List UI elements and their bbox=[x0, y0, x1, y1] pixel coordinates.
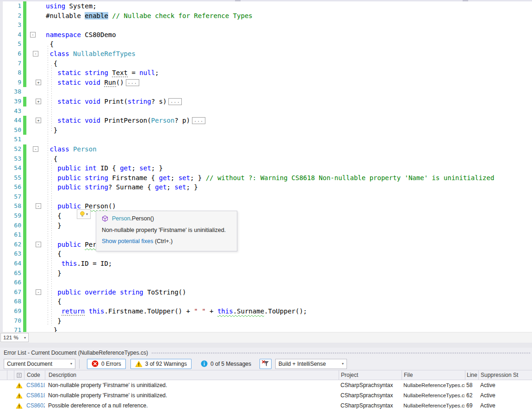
lightbulb-button[interactable]: ▾ bbox=[77, 209, 91, 219]
change-tracking-bar bbox=[23, 135, 26, 144]
collapsed-region-box[interactable]: ... bbox=[126, 79, 139, 86]
column-header-blank[interactable] bbox=[0, 370, 7, 380]
change-tracking-bar bbox=[23, 269, 26, 278]
editor-zoom-select[interactable]: 121 % ▾ bbox=[0, 333, 29, 342]
code-line[interactable]: 4-namespace CS80Demo bbox=[0, 30, 532, 40]
line-number: 51 bbox=[0, 135, 23, 144]
code-text: { bbox=[46, 211, 62, 221]
change-tracking-bar bbox=[23, 116, 26, 125]
code-line[interactable]: 52- class Person bbox=[0, 144, 532, 154]
code-line[interactable]: 2#nullable enable // Nullabe check for R… bbox=[0, 11, 532, 21]
error-row[interactable]: CS8618Non-nullable property 'Firstname' … bbox=[0, 380, 532, 390]
row-description-cell: Possible dereference of a null reference… bbox=[45, 400, 339, 411]
error-list-panel: Error List - Current Document (NullabeRe… bbox=[0, 348, 532, 413]
column-header-description[interactable]: Description bbox=[45, 370, 339, 380]
fold-expand-toggle[interactable]: + bbox=[36, 99, 41, 104]
code-line[interactable]: 67- public override string ToString() bbox=[0, 288, 532, 297]
outlining-margin: - bbox=[26, 288, 46, 297]
code-line[interactable]: 43 bbox=[0, 106, 532, 116]
code-editor[interactable]: 1using System;2#nullable enable // Nulla… bbox=[0, 1, 532, 333]
fold-collapse-toggle[interactable]: - bbox=[33, 51, 38, 56]
code-line[interactable]: 55 public string Firstname { get; set; }… bbox=[0, 173, 532, 183]
code-line[interactable]: 66 bbox=[0, 278, 532, 288]
outlining-margin bbox=[26, 278, 46, 288]
show-potential-fixes-link[interactable]: Show potential fixes bbox=[102, 238, 153, 244]
row-code-cell[interactable]: CS8618 bbox=[24, 390, 45, 400]
column-header-project[interactable]: Project bbox=[339, 370, 402, 380]
column-header-code[interactable]: Code bbox=[24, 370, 45, 380]
fold-collapse-toggle[interactable]: - bbox=[36, 289, 41, 295]
fold-collapse-toggle[interactable]: - bbox=[36, 242, 41, 247]
code-line[interactable]: 50 } bbox=[0, 125, 532, 135]
lightbulb-icon bbox=[80, 211, 85, 218]
collapsed-region-box[interactable]: ... bbox=[192, 117, 205, 124]
fold-expand-toggle[interactable]: + bbox=[36, 80, 41, 85]
messages-filter-button[interactable]: 0 of 5 Messages bbox=[196, 359, 256, 369]
collapsed-region-box[interactable]: ... bbox=[168, 98, 182, 105]
code-line[interactable]: 60 } bbox=[0, 221, 532, 231]
error-row[interactable]: CS8602Possible dereference of a null ref… bbox=[0, 400, 532, 411]
code-line[interactable]: 39+ static void Print(string? s)... bbox=[0, 97, 532, 106]
code-token: static bbox=[57, 98, 81, 105]
line-number: 68 bbox=[0, 297, 23, 307]
line-number: 70 bbox=[0, 316, 23, 326]
code-line[interactable]: 7 { bbox=[0, 59, 532, 69]
code-line[interactable]: 51 bbox=[0, 135, 532, 144]
column-header-file[interactable]: File bbox=[402, 370, 465, 380]
code-line[interactable]: 62- public Pers bbox=[0, 240, 532, 250]
scope-filter-dropdown[interactable]: Current Document ▾ bbox=[4, 359, 75, 369]
outlining-margin bbox=[26, 135, 46, 144]
code-line[interactable]: 38 bbox=[0, 87, 532, 97]
line-number: 2 bbox=[0, 11, 23, 21]
code-line[interactable]: 5 { bbox=[0, 39, 532, 49]
horizontal-splitter[interactable] bbox=[0, 343, 532, 348]
code-line[interactable]: 63 { bbox=[0, 249, 532, 259]
code-line[interactable]: 1using System; bbox=[0, 1, 532, 11]
column-header-blank[interactable] bbox=[7, 370, 14, 380]
quickfix-tooltip: Person.Person() Non-nullable property 'F… bbox=[96, 211, 237, 251]
code-line[interactable]: 44+ static void PrintPerson(Person? p)..… bbox=[0, 116, 532, 125]
fold-expand-toggle[interactable]: + bbox=[36, 118, 41, 123]
column-header-line[interactable]: Line bbox=[465, 370, 478, 380]
clear-filters-button[interactable] bbox=[260, 359, 272, 369]
code-line[interactable]: 70 } bbox=[0, 316, 532, 326]
method-icon bbox=[102, 215, 108, 222]
code-line[interactable]: 8 static string Text = null; bbox=[0, 68, 532, 78]
warning-icon bbox=[135, 361, 142, 367]
warnings-filter-button[interactable]: 3 of 92 Warnings bbox=[130, 359, 192, 369]
code-line[interactable]: 56 public string? Surname { get; set; } bbox=[0, 182, 532, 192]
error-row[interactable]: CS8618Non-nullable property 'Firstname' … bbox=[0, 390, 532, 400]
change-tracking-bar bbox=[23, 68, 26, 78]
error-list-titlebar[interactable]: Error List - Current Document (NullabeRe… bbox=[0, 348, 532, 357]
code-line[interactable]: 61 bbox=[0, 230, 532, 240]
code-line[interactable]: 57 bbox=[0, 192, 532, 202]
code-token: int bbox=[85, 164, 96, 172]
fold-collapse-toggle[interactable]: - bbox=[30, 32, 36, 38]
code-line[interactable]: 69 return this.Firstname.ToUpper() + " "… bbox=[0, 307, 532, 316]
column-header-severity[interactable] bbox=[14, 370, 24, 380]
code-line[interactable]: 54 public int ID { get; set; } bbox=[0, 163, 532, 173]
fold-collapse-toggle[interactable]: - bbox=[36, 203, 41, 209]
column-header-suppression-state[interactable]: Suppression St bbox=[478, 370, 532, 380]
code-token: override bbox=[85, 288, 116, 296]
outlining-margin bbox=[26, 39, 46, 49]
source-filter-dropdown[interactable]: Build + IntelliSense ▾ bbox=[275, 359, 347, 369]
lightbulb-dropdown-caret[interactable]: ▾ bbox=[86, 212, 88, 216]
line-number: 6 bbox=[0, 49, 23, 59]
code-line[interactable]: 3 bbox=[0, 20, 532, 30]
code-line[interactable]: 65 } bbox=[0, 269, 532, 278]
code-line[interactable]: 9+ static void Run()... bbox=[0, 78, 532, 88]
errors-filter-button[interactable]: 0 Errors bbox=[87, 359, 126, 369]
code-line[interactable]: 6- class NullableRefTypes bbox=[0, 49, 532, 59]
line-number: 44 bbox=[0, 116, 23, 125]
code-line[interactable]: 68 { bbox=[0, 297, 532, 307]
line-number: 58 bbox=[0, 201, 23, 211]
code-text: static void Run()... bbox=[46, 78, 139, 88]
fold-collapse-toggle[interactable]: - bbox=[33, 146, 38, 152]
row-code-cell[interactable]: CS8602 bbox=[24, 400, 45, 411]
fix-shortcut: (Ctrl+.) bbox=[153, 238, 173, 244]
code-line[interactable]: 53 { bbox=[0, 154, 532, 164]
row-code-cell[interactable]: CS8618 bbox=[24, 380, 45, 390]
code-line[interactable]: 64 this.ID = ID; bbox=[0, 259, 532, 269]
code-token: CS80Demo bbox=[81, 31, 116, 38]
